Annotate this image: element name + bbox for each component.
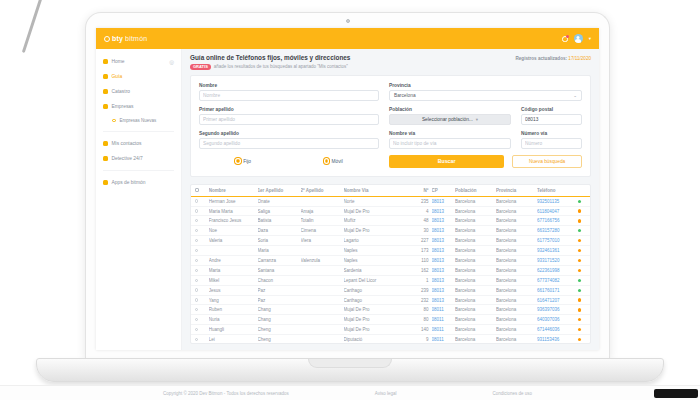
radio-fijo[interactable]: Fijo: [235, 158, 251, 164]
status-orange-phone-icon[interactable]: [578, 209, 581, 212]
row-checkbox[interactable]: [195, 268, 209, 273]
sidebar-item-detective-24-7[interactable]: Detective 24/7: [96, 151, 181, 166]
status-green-phone-icon[interactable]: [578, 229, 581, 232]
row-checkbox[interactable]: [195, 218, 209, 223]
row-checkbox[interactable]: [195, 209, 209, 214]
status-orange-phone-icon[interactable]: [578, 298, 581, 301]
row-checkbox[interactable]: [195, 278, 209, 283]
cell-provincia: Barcelona: [496, 268, 537, 273]
select-all-checkbox[interactable]: [195, 188, 209, 193]
footer-terms-link[interactable]: Condiciones de uso: [492, 391, 532, 396]
table-row[interactable]: MariaNaples17308013BarcelonaBarcelona932…: [191, 246, 590, 256]
user-menu-caret-icon[interactable]: ▾: [589, 36, 591, 41]
via-input[interactable]: [389, 138, 511, 149]
cell-telefono[interactable]: 611804047: [537, 209, 572, 214]
radio-movil[interactable]: Móvil: [324, 158, 343, 164]
cell-telefono[interactable]: 663157280: [537, 228, 572, 233]
cell-nombre: Herman Jose: [209, 199, 258, 204]
row-checkbox[interactable]: [195, 238, 209, 243]
sidebar-item-catastro[interactable]: Catastro: [96, 84, 181, 99]
status-green-phone-icon[interactable]: [578, 289, 581, 292]
cell-telefono[interactable]: 671446036: [537, 327, 572, 332]
row-checkbox[interactable]: [195, 199, 209, 204]
table-row[interactable]: Maria MartaSaligaAmajaMujal De Pro408013…: [191, 207, 590, 217]
sidebar-item-empresas-nuevas[interactable]: Empresas Nuevas: [96, 114, 181, 127]
cell-telefono[interactable]: 617757010: [537, 238, 572, 243]
status-orange-phone-icon[interactable]: [578, 249, 581, 252]
cell-telefono[interactable]: 661760171: [537, 288, 572, 293]
cell-telefono[interactable]: 936397036: [537, 307, 572, 312]
row-checkbox[interactable]: [195, 307, 209, 312]
status-orange-phone-icon[interactable]: [578, 239, 581, 242]
corner-widget-button[interactable]: [654, 389, 698, 398]
cell-telefono[interactable]: 931153436: [537, 337, 572, 342]
status-green-phone-icon[interactable]: [578, 279, 581, 282]
apellido2-input[interactable]: [199, 138, 379, 149]
cell-telefono[interactable]: 677374082: [537, 278, 572, 283]
table-row[interactable]: AndreCarranzaValenzulaNaples11008013Barc…: [191, 256, 590, 266]
sidebar-divider: [103, 170, 174, 171]
provincia-select[interactable]: Barcelona ⌄: [389, 90, 582, 101]
cell-apellido1: Soria: [258, 238, 301, 243]
cp-input[interactable]: [521, 114, 582, 125]
pin-sidebar-icon[interactable]: ◎: [169, 59, 174, 65]
cell-telefono[interactable]: 616471207: [537, 298, 572, 303]
nueva-busqueda-button[interactable]: Nueva búsqueda: [512, 155, 582, 168]
sidebar-item-home[interactable]: Home◎: [96, 54, 181, 69]
cell-nombre: Huangli: [209, 327, 258, 332]
cell-telefono[interactable]: 933171520: [537, 258, 572, 263]
numvia-input[interactable]: [521, 138, 582, 149]
sidebar-item-apps-de-bitmon[interactable]: Apps de bitmón: [96, 175, 181, 190]
table-row[interactable]: YangPazCarthago23208013BarcelonaBarcelon…: [191, 296, 590, 306]
row-checkbox[interactable]: [195, 298, 209, 303]
table-row[interactable]: Francisco JesusBatistaTotalinMuñiz480801…: [191, 216, 590, 226]
table-row[interactable]: Herman JoseOnateNorte23508013BarcelonaBa…: [191, 197, 590, 207]
cell-cp: 08013: [432, 258, 455, 263]
status-orange-phone-icon[interactable]: [578, 338, 581, 341]
footer-legal-link[interactable]: Aviso legal: [375, 391, 397, 396]
sidebar-item-empresas[interactable]: Empresas: [96, 99, 181, 114]
apellido1-input[interactable]: [199, 114, 379, 125]
table-row[interactable]: NuriaChangMujal De Pro8008011BarcelonaBa…: [191, 315, 590, 325]
cell-telefono[interactable]: 932501135: [537, 199, 572, 204]
col-header-n: Nº: [416, 188, 432, 193]
row-checkbox[interactable]: [195, 317, 209, 322]
buscar-button[interactable]: Buscar: [389, 155, 504, 168]
row-checkbox[interactable]: [195, 288, 209, 293]
cell-provincia: Barcelona: [496, 288, 537, 293]
cell-telefono[interactable]: 932461361: [537, 248, 572, 253]
status-green-phone-icon[interactable]: [578, 200, 581, 203]
cell-poblacion: Barcelona: [455, 288, 496, 293]
row-checkbox[interactable]: [195, 258, 209, 263]
table-row[interactable]: NoeDazaCimenaMujal De Pro3008013Barcelon…: [191, 226, 590, 236]
status-orange-phone-icon[interactable]: [578, 269, 581, 272]
table-row[interactable]: HuangliChengMujal De Pro14008011Barcelon…: [191, 325, 590, 335]
poblacion-select[interactable]: Seleccionar población... ▾: [389, 114, 511, 125]
status-orange-phone-icon[interactable]: [578, 259, 581, 262]
cell-telefono[interactable]: 677166756: [537, 218, 572, 223]
brand-logo[interactable]: bty bitmón: [104, 35, 147, 42]
row-checkbox[interactable]: [195, 327, 209, 332]
table-row[interactable]: MartaSantanaSardenia16208013BarcelonaBar…: [191, 266, 590, 276]
table-row[interactable]: JesusPazCarthago23908013BarcelonaBarcelo…: [191, 286, 590, 296]
nombre-input[interactable]: [199, 90, 379, 101]
title-row: Guía online de Teléfonos fijos, móviles …: [190, 54, 591, 70]
status-orange-phone-icon[interactable]: [578, 219, 581, 222]
sidebar-item-mis-contactos[interactable]: Mis contactos: [96, 136, 181, 151]
table-row[interactable]: LeiChengDiputació908011BarcelonaBarcelon…: [191, 335, 590, 344]
row-checkbox[interactable]: [195, 337, 209, 342]
row-checkbox[interactable]: [195, 228, 209, 233]
cell-telefono[interactable]: 622361998: [537, 268, 572, 273]
row-checkbox[interactable]: [195, 248, 209, 253]
notifications-bell-icon[interactable]: [562, 36, 568, 42]
table-row[interactable]: RubenChangMujal De Pro8008011BarcelonaBa…: [191, 305, 590, 315]
sidebar-item-guia[interactable]: Guía: [96, 69, 181, 84]
status-orange-phone-icon[interactable]: [578, 318, 581, 321]
cell-telefono[interactable]: 640307036: [537, 317, 572, 322]
user-avatar[interactable]: [574, 34, 583, 43]
table-row[interactable]: ValeriaSoriaVieraLagarto22708013Barcelon…: [191, 236, 590, 246]
table-row[interactable]: MikelChaconLepant Del Licor108013Barcelo…: [191, 276, 590, 286]
cell-numero: 80: [416, 307, 432, 312]
status-orange-phone-icon[interactable]: [578, 328, 581, 331]
status-orange-phone-icon[interactable]: [578, 308, 581, 311]
